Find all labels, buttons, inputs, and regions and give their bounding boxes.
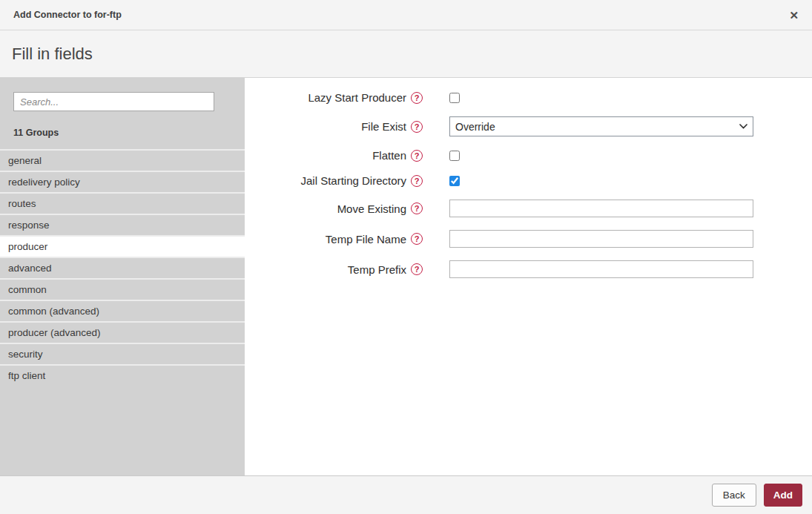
- sidebar-item-routes[interactable]: routes: [0, 194, 245, 215]
- form-row-jail-starting-directory: Jail Starting Directory?: [245, 174, 812, 187]
- search-input[interactable]: [13, 92, 214, 111]
- form-row-move-existing: Move Existing?: [245, 200, 812, 217]
- file-exist-select-wrap: Override: [449, 116, 753, 136]
- add-connector-modal: Add Connector to for-ftp ✕ Fill in field…: [0, 0, 812, 514]
- modal-header: Add Connector to for-ftp ✕: [0, 0, 812, 30]
- field-label-temp-file-name: Temp File Name: [326, 233, 406, 246]
- label-cell: Move Existing?: [245, 202, 423, 215]
- field-label-lazy-start-producer: Lazy Start Producer: [308, 91, 406, 104]
- form-row-flatten: Flatten?: [245, 149, 812, 162]
- label-cell: Temp File Name?: [245, 233, 423, 246]
- sidebar-item-response[interactable]: response: [0, 215, 245, 237]
- sidebar-item-redelivery-policy[interactable]: redelivery policy: [0, 172, 245, 194]
- sidebar-item-general[interactable]: general: [0, 151, 245, 172]
- sidebar-item-advanced[interactable]: advanced: [0, 258, 245, 280]
- form-row-file-exist: File Exist?Override: [245, 116, 812, 136]
- help-icon[interactable]: ?: [411, 175, 423, 187]
- sidebar-item-ftp-client[interactable]: ftp client: [0, 366, 245, 387]
- sidebar-item-security[interactable]: security: [0, 344, 245, 366]
- control-cell: [449, 230, 753, 248]
- sidebar-item-producer-advanced[interactable]: producer (advanced): [0, 323, 245, 344]
- temp-file-name-input[interactable]: [449, 230, 753, 248]
- modal-footer: Back Add: [0, 475, 812, 514]
- field-label-file-exist: File Exist: [361, 120, 406, 133]
- help-icon[interactable]: ?: [411, 121, 423, 133]
- label-cell: Flatten?: [245, 149, 423, 162]
- help-icon[interactable]: ?: [411, 233, 423, 245]
- label-cell: Temp Prefix?: [245, 263, 423, 276]
- form-row-temp-file-name: Temp File Name?: [245, 230, 812, 248]
- field-label-move-existing: Move Existing: [337, 202, 406, 215]
- groups-sidebar: 11 Groups generalredelivery policyroutes…: [0, 78, 245, 475]
- control-cell: [449, 93, 460, 103]
- flatten-checkbox[interactable]: [449, 151, 460, 161]
- control-cell: [449, 260, 753, 278]
- help-icon[interactable]: ?: [411, 92, 423, 104]
- form-rows: Lazy Start Producer?File Exist?OverrideF…: [245, 91, 812, 278]
- form-row-temp-prefix: Temp Prefix?: [245, 260, 812, 278]
- label-cell: Jail Starting Directory?: [245, 174, 423, 187]
- modal-body: 11 Groups generalredelivery policyroutes…: [0, 78, 812, 475]
- sidebar-item-common-advanced[interactable]: common (advanced): [0, 301, 245, 323]
- sidebar-item-producer[interactable]: producer: [0, 237, 245, 258]
- control-cell: [449, 200, 753, 217]
- control-cell: [449, 151, 460, 161]
- page-title: Fill in fields: [12, 45, 93, 64]
- field-label-flatten: Flatten: [372, 149, 406, 162]
- sidebar-item-common[interactable]: common: [0, 280, 245, 301]
- field-label-jail-starting-directory: Jail Starting Directory: [300, 174, 406, 187]
- back-button[interactable]: Back: [712, 484, 756, 507]
- jail-starting-directory-checkbox[interactable]: [449, 176, 460, 186]
- modal-title: Add Connector to for-ftp: [13, 10, 122, 20]
- control-cell: [449, 176, 460, 186]
- control-cell: Override: [449, 116, 753, 136]
- add-button[interactable]: Add: [764, 484, 802, 507]
- label-cell: File Exist?: [245, 120, 423, 133]
- help-icon[interactable]: ?: [411, 202, 423, 214]
- groups-count-label: 11 Groups: [13, 128, 245, 138]
- field-label-temp-prefix: Temp Prefix: [348, 263, 406, 276]
- temp-prefix-input[interactable]: [449, 260, 753, 278]
- help-icon[interactable]: ?: [411, 150, 423, 162]
- form-row-lazy-start-producer: Lazy Start Producer?: [245, 91, 812, 104]
- group-list: generalredelivery policyroutesresponsepr…: [0, 149, 245, 387]
- label-cell: Lazy Start Producer?: [245, 91, 423, 104]
- file-exist-select[interactable]: Override: [449, 116, 753, 136]
- form-panel: Lazy Start Producer?File Exist?OverrideF…: [245, 78, 812, 475]
- close-icon[interactable]: ✕: [789, 10, 799, 21]
- help-icon[interactable]: ?: [411, 263, 423, 275]
- move-existing-input[interactable]: [449, 200, 753, 217]
- lazy-start-producer-checkbox[interactable]: [449, 93, 460, 103]
- heading-band: Fill in fields: [0, 30, 812, 78]
